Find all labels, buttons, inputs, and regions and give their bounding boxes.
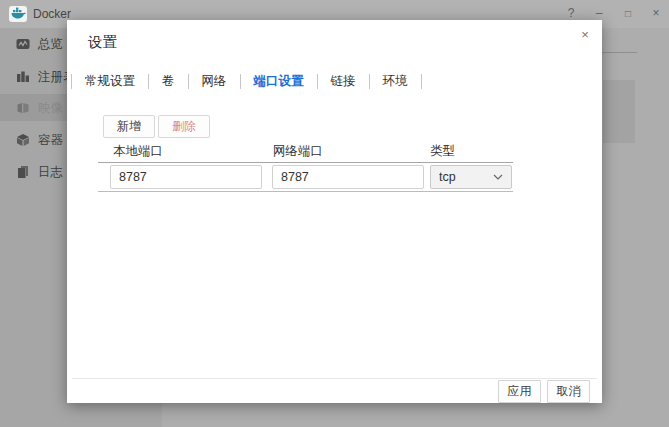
sidebar-item-overview[interactable]: 总览 <box>16 31 63 57</box>
sidebar-item-containers[interactable]: 容器 <box>16 127 63 153</box>
dialog-title: 设置 <box>88 33 117 52</box>
registry-icon <box>16 70 30 84</box>
logs-icon <box>16 165 30 179</box>
sidebar-item-label: 总览 <box>38 36 63 53</box>
overview-icon <box>16 37 30 51</box>
network-port-input[interactable] <box>272 165 424 189</box>
docker-logo-icon <box>9 6 27 22</box>
tab-general[interactable]: 常规设置 <box>72 71 148 91</box>
chevron-down-icon <box>493 174 503 180</box>
sidebar-item-images[interactable]: 映像 <box>16 95 63 121</box>
settings-tabbar: 常规设置 卷 网络 端口设置 链接 环境 <box>71 71 422 91</box>
sidebar-item-label: 日志 <box>38 164 63 181</box>
apply-button[interactable]: 应用 <box>498 380 541 403</box>
background-panel <box>603 80 635 143</box>
tab-network[interactable]: 网络 <box>189 71 240 91</box>
sidebar-item-label: 容器 <box>38 132 63 149</box>
tab-links[interactable]: 链接 <box>318 71 369 91</box>
delete-port-button[interactable]: 删除 <box>158 115 210 138</box>
tab-divider <box>421 74 422 89</box>
sidebar-item-label: 映像 <box>38 100 63 117</box>
containers-icon <box>16 133 30 147</box>
cancel-button[interactable]: 取消 <box>547 380 590 403</box>
images-icon <box>16 101 30 115</box>
app-window: Docker ? – □ × 总览 注册表 <box>0 0 669 427</box>
maximize-icon[interactable]: □ <box>614 0 642 26</box>
column-header-type: 类型 <box>430 143 455 160</box>
local-port-input[interactable] <box>110 165 262 189</box>
column-header-local-port: 本地端口 <box>113 143 163 160</box>
type-select[interactable]: tcp <box>430 165 512 189</box>
close-icon[interactable]: × <box>642 0 669 26</box>
background-divider <box>601 52 637 53</box>
add-port-button[interactable]: 新增 <box>103 115 155 138</box>
sidebar-item-logs[interactable]: 日志 <box>16 159 63 185</box>
app-title: Docker <box>33 7 71 21</box>
settings-dialog: × 设置 常规设置 卷 网络 端口设置 链接 环境 新增 删除 本地端口 网络端… <box>67 20 602 403</box>
tab-volumes[interactable]: 卷 <box>149 71 188 91</box>
tab-environment[interactable]: 环境 <box>370 71 421 91</box>
tab-ports[interactable]: 端口设置 <box>241 71 317 91</box>
table-row-divider <box>98 191 513 192</box>
type-select-value: tcp <box>439 170 456 184</box>
column-header-network-port: 网络端口 <box>273 143 323 160</box>
dialog-close-icon[interactable]: × <box>576 25 594 43</box>
table-header-divider <box>98 162 513 163</box>
dialog-footer-divider <box>72 378 597 379</box>
